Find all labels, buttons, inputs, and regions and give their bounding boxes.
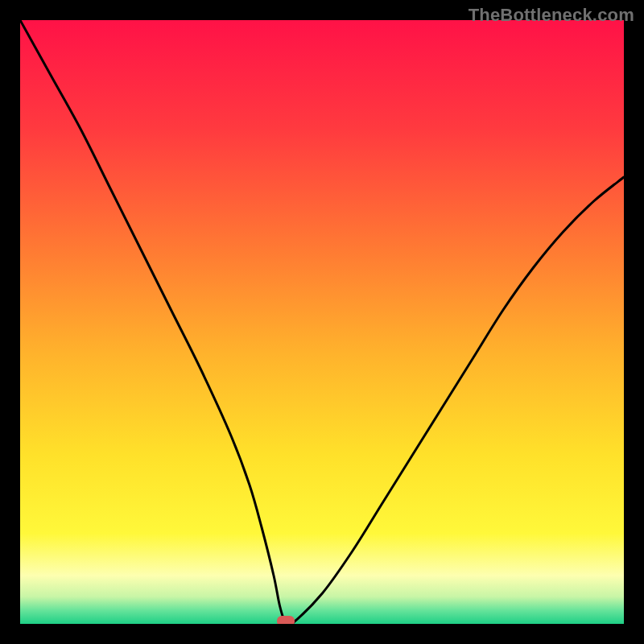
- watermark-text: TheBottleneck.com: [469, 5, 634, 26]
- gradient-background: [20, 20, 624, 624]
- chart-frame: TheBottleneck.com: [0, 0, 644, 644]
- minimum-marker: [277, 616, 295, 624]
- bottleneck-chart: [20, 20, 624, 624]
